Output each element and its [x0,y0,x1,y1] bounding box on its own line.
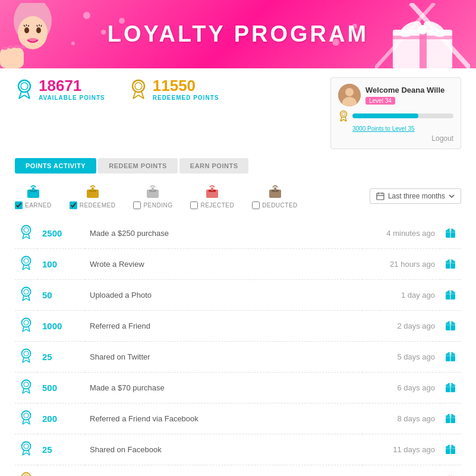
table-row: 1000Referred a Friend2 days ago [15,311,461,342]
available-points-label: AVAILABLE POINTS [39,94,105,101]
earned-icon [25,182,42,199]
header-person-illustration [0,3,65,68]
svg-point-25 [18,80,30,92]
description-cell: Referred a Friend via Facebook [85,404,362,434]
row-ribbon-icon [20,472,33,476]
logout-button[interactable]: Logout [338,134,453,143]
gift-icon [445,350,456,362]
progress-bar [352,114,453,118]
svg-point-117 [22,349,31,358]
svg-point-92 [24,289,29,294]
svg-point-156 [22,442,31,451]
svg-rect-61 [377,193,384,200]
svg-point-77 [449,229,452,231]
svg-point-130 [22,380,31,389]
progress-link[interactable]: 3000 Points to Level 35 [352,125,453,132]
pending-checkbox[interactable] [133,201,141,209]
gift-cell[interactable] [440,342,461,373]
svg-rect-57 [211,187,213,191]
profile-ribbon-icon [338,110,349,122]
calendar-icon [376,192,384,200]
filter-icons: EARNED REDEEMED [15,182,298,209]
redeemed-checkbox[interactable] [70,201,77,209]
gift-cell[interactable] [440,434,461,465]
points-cell: 1000 [37,311,85,342]
redeemed-icon [84,182,101,199]
deducted-label: DEDUCTED [262,202,298,209]
rejected-label: REJECTED [200,202,234,209]
row-ribbon-icon [20,317,33,333]
svg-point-41 [342,112,345,116]
svg-point-12 [2,46,8,50]
time-cell: 21 hours ago [362,249,440,280]
gift-cell[interactable] [440,404,461,434]
points-cell: 25 [37,342,85,373]
svg-point-65 [22,226,31,235]
redeemed-points-label: REDEEMED POINTS [153,94,219,101]
svg-point-13 [8,45,14,49]
description-cell: Shared on Twitter [85,342,362,373]
filter-redeemed: REDEEMED [70,182,116,209]
svg-rect-165 [446,448,455,449]
svg-rect-152 [446,417,455,418]
svg-point-168 [449,445,452,447]
tab-earn-points[interactable]: EARN POINTS [179,158,249,174]
gift-icon [445,381,456,393]
table-row: 100Wrote a Review21 hours ago [15,249,461,280]
svg-point-116 [449,321,452,324]
svg-rect-113 [446,324,455,326]
svg-point-3 [36,27,41,33]
deducted-checkbox[interactable] [252,201,260,209]
table-row: 500Made a $70 purchase6 days ago [15,373,461,404]
gift-cell[interactable] [440,218,461,249]
svg-point-79 [24,259,29,263]
gift-cell[interactable] [440,311,461,342]
gift-icon [445,412,456,424]
svg-point-78 [22,257,31,266]
svg-rect-60 [274,187,276,191]
svg-rect-100 [446,294,455,295]
svg-line-5 [26,24,27,26]
description-cell: Referred a Friend [85,311,362,342]
header-title: LOYALTY PROGRAM [108,21,368,47]
svg-rect-87 [446,263,455,264]
svg-point-31 [133,80,144,92]
rejected-checkbox[interactable] [190,201,198,209]
svg-point-144 [24,413,29,418]
svg-point-104 [22,319,31,327]
earned-label: EARNED [25,202,52,209]
filter-row: EARNED REDEEMED [15,182,461,209]
svg-point-143 [22,411,31,420]
row-ribbon-icon [20,256,33,271]
svg-point-103 [449,291,452,293]
svg-point-157 [24,444,29,449]
gift-cell[interactable] [440,249,461,280]
filter-earned: EARNED [15,182,52,209]
gift-cell[interactable] [440,280,461,311]
gift-icon [445,474,456,476]
date-filter-dropdown[interactable]: Last three months [370,188,461,204]
time-cell: 2 days ago [362,311,440,342]
gift-icon [445,319,456,331]
redeemed-points-block: 11550 REDEEMED POINTS [129,77,219,101]
gift-cell[interactable] [440,373,461,404]
table-row: 25Shared on Facebook11 days ago [15,434,461,465]
svg-point-169 [22,473,31,477]
tab-redeem-points[interactable]: REDEEM POINTS [98,158,178,174]
svg-rect-51 [92,187,94,191]
tab-points-activity[interactable]: POINTS ACTIVITY [15,158,96,174]
svg-point-105 [24,320,29,325]
pending-icon [144,182,161,199]
gift-icon [445,443,456,455]
svg-point-90 [449,260,452,262]
gift-cell[interactable] [440,465,461,477]
filter-rejected: REJECTED [190,182,234,209]
svg-point-142 [449,383,452,386]
filter-pending: PENDING [133,182,172,209]
table-row: -1000Redeemed $50 Gift Voucher15 days ag… [15,465,461,477]
row-ribbon-icon [20,348,33,364]
earned-checkbox[interactable] [15,201,23,209]
filter-deducted: DEDUCTED [252,182,298,209]
gift-icon [445,226,456,238]
table-row: 2500Made a $250 purchase4 minutes ago [15,218,461,249]
